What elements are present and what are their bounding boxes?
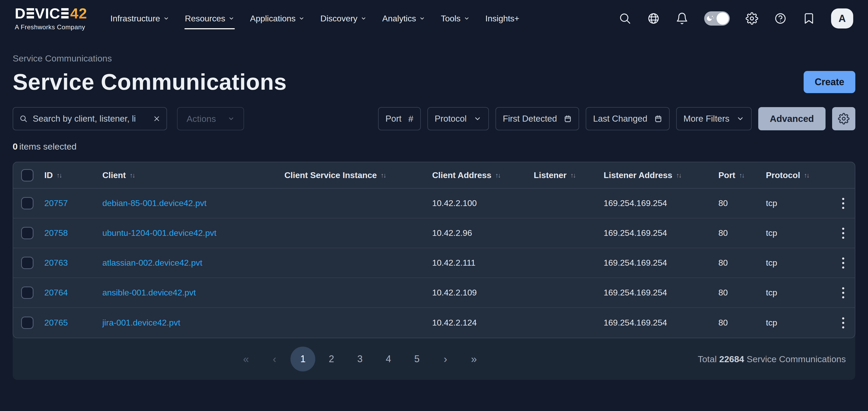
search-box[interactable] [13,107,167,130]
nav-item-applications[interactable]: Applications [250,9,305,28]
pagination-prev-icon[interactable]: ‹ [262,347,287,372]
actions-dropdown[interactable]: Actions [177,107,244,130]
column-header-listener[interactable]: Listener↑↓ [534,170,603,180]
cell-id-link[interactable]: 20765 [44,318,102,328]
row-menu-kebab-icon[interactable] [839,226,847,240]
column-header-client-service-instance[interactable]: Client Service Instance↑↓ [284,170,432,180]
chevron-down-icon [419,15,425,21]
filter-port[interactable]: Port # [378,107,421,130]
cell-client-link[interactable]: atlassian-002.device42.pvt [102,258,284,268]
pagination: « ‹ 1 2 3 4 5 › » [234,347,486,372]
row-menu-kebab-icon[interactable] [839,316,847,330]
cell-client-link[interactable]: jira-001.device42.pvt [102,318,284,328]
search-icon[interactable] [619,12,631,25]
logo-letter-d: D [15,6,26,21]
nav-item-tools[interactable]: Tools [440,9,470,28]
pagination-page-2[interactable]: 2 [319,347,344,372]
total-count: 22684 [719,354,744,364]
pagination-last-icon[interactable]: » [461,347,486,372]
topbar-actions: A [619,8,853,29]
row-checkbox[interactable] [21,286,33,299]
cell-id-link[interactable]: 20764 [44,288,102,297]
filter-first-detected[interactable]: First Detected [495,107,579,130]
nav-item-label: Discovery [320,14,357,24]
pagination-next-icon[interactable]: › [433,347,458,372]
row-menu-kebab-icon[interactable] [839,256,847,270]
table-row: 20758 ubuntu-1204-001.device42.pvt 10.42… [13,218,855,248]
filter-more-filters[interactable]: More Filters [676,107,752,130]
table-settings-button[interactable] [832,107,855,130]
actions-label: Actions [187,114,216,124]
logo-tagline: A Freshworks Company [15,24,87,31]
column-header-port[interactable]: Port↑↓ [718,170,766,180]
globe-icon[interactable] [647,12,660,25]
cell-client-link[interactable]: ansible-001.device42.pvt [102,288,284,297]
cell-id-link[interactable]: 20758 [44,228,102,238]
cell-id-link[interactable]: 20757 [44,198,102,208]
table-header-row: ID↑↓ Client↑↓ Client Service Instance↑↓ … [13,162,855,189]
row-checkbox[interactable] [21,317,33,329]
row-checkbox[interactable] [21,257,33,269]
cell-protocol: tcp [766,198,827,208]
cell-client-address: 10.42.2.111 [432,258,534,268]
gear-icon [838,113,849,125]
nav-item-label: Infrastructure [110,14,160,24]
nav-item-resources[interactable]: Resources [184,9,235,28]
column-header-protocol[interactable]: Protocol↑↓ [766,170,827,180]
pagination-page-1[interactable]: 1 [290,347,315,372]
selected-count: 0 [13,141,18,151]
logo-stylized-e-icon [61,8,69,19]
chevron-down-icon [361,15,367,21]
row-checkbox[interactable] [21,197,33,210]
pagination-page-4[interactable]: 4 [376,347,401,372]
dark-mode-toggle[interactable] [704,11,730,26]
cell-protocol: tcp [766,258,827,268]
pagination-page-3[interactable]: 3 [347,347,372,372]
main-menu: Infrastructure Resources Applications Di… [110,9,520,28]
advanced-button[interactable]: Advanced [758,107,826,130]
total-prefix: Total [698,354,717,364]
user-avatar[interactable]: A [831,8,853,29]
chevron-down-icon [228,15,234,21]
sort-icon: ↑↓ [380,171,385,179]
filter-protocol[interactable]: Protocol [427,107,489,130]
nav-item-infrastructure[interactable]: Infrastructure [110,9,169,28]
column-header-id[interactable]: ID↑↓ [44,170,102,180]
search-input[interactable] [32,114,149,124]
device42-logo[interactable]: DVIC42 A Freshworks Company [15,6,87,31]
logo-42: 42 [70,6,87,21]
nav-item-discovery[interactable]: Discovery [320,9,367,28]
calendar-icon [564,115,572,123]
nav-item-insights-plus[interactable]: Insights+ [485,9,520,28]
cell-listener-address: 169.254.169.254 [603,288,718,297]
pagination-page-5[interactable]: 5 [404,347,429,372]
pagination-first-icon[interactable]: « [234,347,258,372]
help-icon[interactable] [774,12,787,25]
chevron-down-icon [228,115,235,122]
clear-search-icon[interactable] [153,115,160,122]
bookmark-icon[interactable] [803,12,815,25]
select-all-checkbox[interactable] [21,169,33,182]
column-header-client-address[interactable]: Client Address↑↓ [432,170,534,180]
cell-port: 80 [718,288,766,297]
breadcrumb[interactable]: Service Communications [13,53,112,64]
row-menu-kebab-icon[interactable] [839,286,847,300]
nav-item-label: Analytics [382,14,416,24]
cell-id-link[interactable]: 20763 [44,258,102,268]
sort-icon: ↑↓ [129,171,134,179]
notifications-bell-icon[interactable] [676,12,688,25]
cell-listener-address: 169.254.169.254 [603,258,718,268]
row-menu-kebab-icon[interactable] [839,196,847,211]
filter-last-changed[interactable]: Last Changed [586,107,670,130]
column-header-listener-address[interactable]: Listener Address↑↓ [603,170,718,180]
table-row: 20765 jira-001.device42.pvt 10.42.2.124 … [13,308,855,338]
row-checkbox[interactable] [21,227,33,239]
filter-label: Port [385,114,402,124]
column-header-client[interactable]: Client↑↓ [102,170,284,180]
nav-item-analytics[interactable]: Analytics [382,9,426,28]
column-label: Client Address [432,170,492,180]
cell-client-link[interactable]: debian-85-001.device42.pvt [102,198,284,208]
settings-gear-icon[interactable] [746,12,758,25]
cell-client-link[interactable]: ubuntu-1204-001.device42.pvt [102,228,284,238]
create-button[interactable]: Create [804,71,855,93]
